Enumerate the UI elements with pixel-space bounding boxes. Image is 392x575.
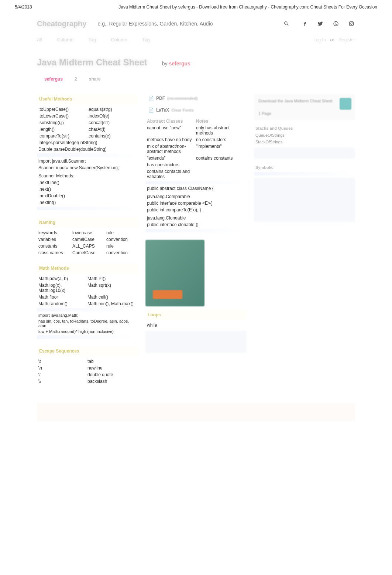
divider (37, 335, 138, 339)
section-useful-methods: Useful Methods (37, 94, 138, 104)
action-download[interactable]: sefergus (41, 75, 66, 83)
brand-logo[interactable]: Cheatography (37, 20, 86, 28)
table-row: .substring(i,j).concat(str) (37, 119, 138, 126)
section-math: Math Methods (37, 263, 138, 273)
login-link[interactable]: Log In (313, 37, 326, 42)
table-row: variablescamelCaseconvention (37, 236, 138, 243)
table-row: \nnewline (37, 365, 138, 371)
table-row: keywordslowercaserule (37, 229, 138, 236)
card-title: Download the Java Midterm Cheat Sheet (258, 99, 351, 103)
list-item: StackOfStrings (254, 139, 355, 145)
note-line: import java.lang.Math; (37, 312, 138, 318)
table-row: while (145, 322, 247, 329)
facebook-icon[interactable] (301, 20, 309, 27)
blurred-content (254, 147, 355, 159)
divider (254, 172, 355, 176)
code-line: Scanner Methods: (37, 173, 138, 179)
code-line: .next() (37, 186, 138, 193)
byline: by sefergus (162, 61, 190, 67)
download-card[interactable]: Download the Java Midterm Cheat Sheet 1 … (254, 94, 355, 120)
section-loops: Loops (145, 310, 247, 320)
divider (145, 229, 247, 232)
nav-item-3[interactable]: Column (111, 37, 127, 42)
nav-item-1[interactable]: Column (57, 37, 73, 42)
svg-point-2 (351, 23, 352, 24)
page-date: 5/4/2018 (15, 4, 32, 10)
note-line: has sin, cos, tan, toRadians, toDegree, … (37, 318, 138, 329)
code-line: Scanner input= new Scanner(System.in); (37, 164, 138, 171)
table-row: class namesCamelCaseconvention (37, 249, 138, 256)
svg-point-3 (353, 22, 353, 23)
pinterest-icon[interactable] (332, 20, 340, 27)
code-line: import java.util.Scanner; (37, 158, 138, 164)
table-row: Math.floorMath.ceil() (37, 294, 138, 300)
page-title: Java Midterm Cheat Sheet (37, 57, 147, 68)
blurred-content (254, 178, 355, 222)
table-row: Math.pow(a, b)Math.PI() (37, 275, 138, 282)
latex-icon: 📄 (148, 108, 154, 113)
twitter-icon[interactable] (317, 20, 324, 27)
code-line: public abstract class ClassName { (145, 185, 247, 192)
pdf-icon: 📄 (148, 96, 154, 101)
table-row: \ttab (37, 358, 138, 365)
nav-item-2[interactable]: Tag (88, 37, 96, 42)
table-row: "extends"contains constants (145, 155, 247, 161)
blurred-content (145, 331, 247, 353)
avatar (340, 98, 351, 110)
auth-or: or (330, 37, 334, 42)
instagram-icon[interactable] (348, 20, 355, 27)
note-line: low + Math.random()* high (non-inclusive… (37, 329, 138, 334)
table-row: .toUpperCase().equals(strg) (37, 106, 138, 113)
code-line: public interface comparable <E>{ (145, 200, 247, 207)
divider (37, 207, 138, 210)
search-icon[interactable] (283, 20, 290, 27)
download-latex[interactable]: 📄 LaTeX Clear Fonts (145, 106, 197, 114)
side-section-title: Stacks and Queues (254, 125, 355, 132)
nav-item-0[interactable]: All (37, 37, 42, 42)
table-row: .toLowerCase().indexOf(e) (37, 113, 138, 119)
table-row: .length().charAt(i) (37, 126, 138, 133)
code-line: public interface clonable {} (145, 221, 247, 228)
byline-prefix: by (162, 61, 168, 67)
table-row: methods have no bodyno constructors (145, 136, 247, 143)
code-line: java.lang.Comparable (145, 193, 247, 200)
action-like[interactable]: 2 (71, 75, 81, 83)
search-input[interactable] (97, 19, 283, 28)
divider (145, 181, 247, 184)
table-row: has constructors (145, 161, 247, 168)
table-row: Math.log(x), Math.log10(x)Math.sqrt(x) (37, 282, 138, 294)
ad-banner[interactable] (145, 240, 204, 306)
page-meta-title: Java Midterm Cheat Sheet by sefergus - D… (118, 4, 377, 10)
action-share[interactable]: share (85, 75, 104, 83)
table-row: Integer.parseInteger(intString) (37, 139, 138, 146)
section-naming: Naming (37, 218, 138, 227)
table-row: constantsALL_CAPSrule (37, 243, 138, 249)
table-row: \\backslash (37, 378, 138, 385)
code-line: .nextDouble() (37, 193, 138, 199)
table-row: Math.random()Math.min(), Math.max() (37, 300, 138, 307)
list-item: QueueOfStrings (254, 132, 355, 139)
download-pdf[interactable]: 📄 PDF (recommended) (145, 94, 201, 102)
register-link[interactable]: Register (338, 37, 355, 42)
table-row: \"double quote (37, 371, 138, 378)
table-row: .compareTo(str).contains(e) (37, 133, 138, 139)
footer-ribbon (37, 403, 355, 421)
table-row: Double.parseDouble(doubleString) (37, 146, 138, 153)
code-line: public int compareTo(E o); } (145, 207, 247, 213)
section-escape: Escape Sequences (37, 346, 138, 356)
code-line: .nextLine() (37, 179, 138, 186)
table-row: cannot use "new"only has abstract method… (145, 125, 247, 136)
table-row: contains contacts and variables (145, 168, 247, 180)
table-row: mix of abstract/non-abstract methods"imp… (145, 143, 247, 155)
byline-author[interactable]: sefergus (169, 61, 190, 67)
card-pages: 1 Page (258, 111, 351, 116)
nav-item-4[interactable]: Tag (142, 37, 150, 42)
col-headers: Abstract ClassesNotes (145, 118, 247, 125)
side-section-title: Symbolic (254, 164, 355, 171)
code-line: .nextInt() (37, 199, 138, 206)
code-line: java.lang.Cloneable (145, 215, 247, 221)
divider (37, 153, 138, 157)
divider (37, 308, 138, 312)
